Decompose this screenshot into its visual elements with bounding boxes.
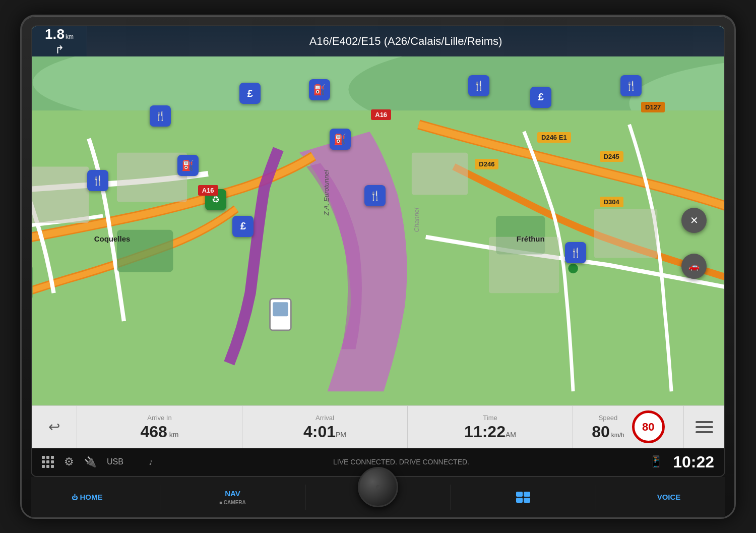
map-area[interactable]: 1.8 km ↱ A16/E402/E15 (A26/Calais/Lille/… — [32, 26, 724, 405]
info-bar: ↩ Arrive In 468 km Arrival 4:01 PM Time — [32, 405, 724, 448]
distance-value: 1.8 — [45, 26, 65, 42]
hamburger-icon — [696, 421, 713, 433]
poi-currency-1[interactable]: £ — [239, 83, 261, 104]
poi-fuel-1[interactable]: ⛽ — [309, 79, 330, 100]
speed-unit: km/h — [611, 432, 624, 439]
screen-area: 1.8 km ↱ A16/E402/E15 (A26/Calais/Lille/… — [31, 25, 725, 477]
arrive-in-value: 468 — [140, 424, 167, 440]
poi-restaurant-2[interactable]: 🍴 — [87, 170, 108, 191]
road-sign-d245: D245 — [600, 151, 623, 162]
time-label: Time — [483, 414, 497, 422]
power-icon: ⏻ — [72, 494, 78, 501]
svg-rect-9 — [32, 166, 89, 222]
distance-indicator: 1.8 km ↱ — [32, 26, 87, 56]
voice-button[interactable]: VOICE — [628, 493, 709, 501]
home-label: ⏻ HOME — [72, 493, 102, 501]
map-label-channel: Channel — [413, 208, 420, 232]
road-sign-a16-top: A16 — [371, 109, 391, 120]
svg-rect-7 — [32, 265, 33, 300]
arrive-in-label: Arrive In — [147, 414, 171, 422]
svg-point-17 — [568, 263, 578, 273]
arrival-label: Arrival — [316, 414, 334, 422]
poi-restaurant-4[interactable]: 🍴 — [468, 75, 489, 96]
map-label-eurotunnel: Z.A. Eurotunnel — [323, 170, 330, 215]
time-ampm: AM — [506, 431, 516, 439]
hardware-bar: ⏻ HOME NAV ■ CAMERA MENU ✱ ✱ ATT — [31, 477, 725, 517]
connected-text: LIVE CONNECTED. DRIVE CONNECTED. — [163, 458, 639, 466]
settings-icon[interactable]: ⚙ — [64, 455, 74, 468]
arrive-in-unit: km — [169, 431, 179, 439]
poi-currency-2[interactable]: £ — [232, 216, 254, 237]
svg-rect-13 — [594, 209, 657, 258]
back-icon: ↩ — [48, 419, 60, 435]
poi-fuel-2[interactable]: ⛽ — [330, 129, 351, 150]
poi-restaurant-6[interactable]: 🍴 — [565, 242, 586, 263]
hamburger-line-1 — [696, 421, 713, 423]
road-sign-d246-e1: D246 E1 — [537, 132, 571, 143]
home-button[interactable]: ⏻ HOME — [47, 493, 128, 501]
apps-icon[interactable] — [42, 456, 54, 468]
svg-rect-11 — [412, 152, 468, 195]
nav-label: NAV — [225, 489, 240, 498]
svg-rect-10 — [117, 152, 187, 201]
speed-info: Speed 80 km/h — [592, 414, 624, 440]
poi-currency-3[interactable]: £ — [530, 87, 551, 108]
map-label-coquelles: Coquelles — [94, 234, 131, 243]
arrival-value: 4:01 — [303, 424, 336, 440]
voice-label: VOICE — [657, 493, 681, 501]
camera-label: ■ CAMERA — [219, 500, 246, 505]
map-car-button[interactable]: 🚗 — [681, 254, 707, 279]
poi-restaurant-3[interactable]: 🍴 — [364, 185, 386, 206]
knob-indicator — [376, 485, 380, 489]
road-sign-d127: D127 — [641, 102, 665, 112]
map-label-frethun: Fréthun — [517, 234, 545, 243]
distance-unit: km — [66, 33, 74, 40]
arrival-time-cell: Arrival 4:01 PM — [242, 406, 408, 448]
svg-rect-12 — [489, 236, 559, 292]
control-knob[interactable] — [358, 467, 398, 507]
phone-icon: 📱 — [649, 455, 663, 468]
divider-3 — [451, 485, 451, 510]
arrival-ampm: PM — [336, 431, 346, 439]
arrive-in-cell: Arrive In 468 km — [77, 406, 242, 448]
hamburger-line-3 — [696, 431, 713, 433]
usb-icon: 🔌 — [84, 456, 97, 468]
music-icon: ♪ — [149, 457, 153, 467]
poi-restaurant-5[interactable]: 🍴 — [620, 75, 642, 96]
poi-fuel-3[interactable]: ⛽ — [177, 155, 199, 176]
status-clock: 10:22 — [673, 453, 714, 471]
screen-split-icon — [516, 492, 530, 503]
back-button[interactable]: ↩ — [32, 406, 77, 448]
hamburger-line-2 — [696, 426, 713, 428]
screen-split-button[interactable] — [483, 492, 563, 503]
device-shell: 1.8 km ↱ A16/E402/E15 (A26/Calais/Lille/… — [20, 15, 736, 519]
poi-restaurant-1[interactable]: 🍴 — [150, 105, 171, 127]
road-sign-a16-left: A16 — [198, 185, 218, 196]
speed-value: 80 — [592, 424, 610, 440]
speed-cell: Speed 80 km/h 80 — [573, 406, 684, 448]
route-name: A16/E402/E15 (A26/Calais/Lille/Reims) — [87, 35, 724, 48]
svg-rect-15 — [273, 302, 288, 316]
divider-2 — [305, 485, 305, 510]
usb-label: USB — [107, 457, 123, 466]
divider-4 — [596, 485, 596, 510]
divider-1 — [160, 485, 160, 510]
time-value: 11:22 — [464, 424, 506, 440]
speed-limit-badge: 80 — [632, 410, 665, 443]
turn-arrow-icon: ↱ — [55, 43, 64, 56]
speed-label: Speed — [599, 414, 618, 422]
nav-header: 1.8 km ↱ A16/E402/E15 (A26/Calais/Lille/… — [32, 26, 724, 56]
current-time-cell: Time 11:22 AM — [408, 406, 573, 448]
knob-area — [358, 467, 398, 507]
hamburger-button[interactable] — [684, 406, 724, 448]
road-sign-d304: D304 — [600, 197, 623, 207]
nav-button[interactable]: NAV ■ CAMERA — [192, 489, 273, 505]
road-sign-d246: D246 — [475, 159, 498, 169]
